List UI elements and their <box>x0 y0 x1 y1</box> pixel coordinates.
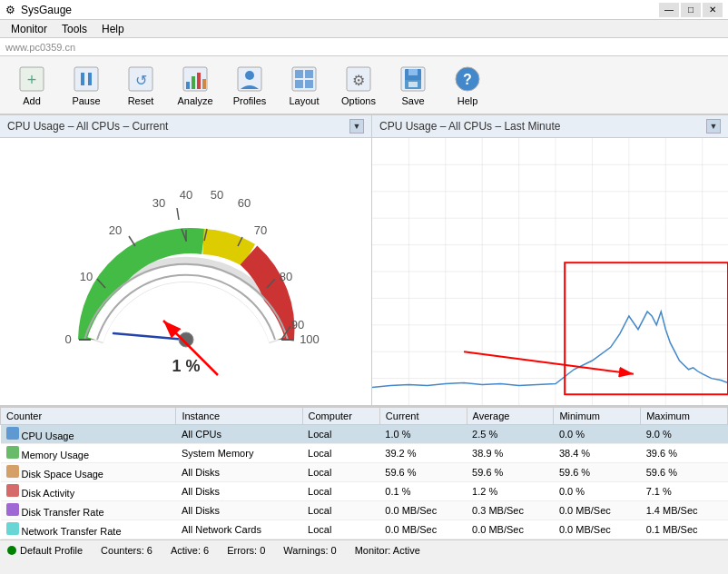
statusbar: Default Profile Counters: 6 Active: 6 Er… <box>0 539 728 559</box>
menu-help[interactable]: Help <box>94 21 132 37</box>
help-label: Help <box>457 95 478 106</box>
cell-counter: Network Transfer Rate <box>1 520 176 539</box>
row-icon <box>6 427 19 440</box>
svg-text:30: 30 <box>152 196 164 210</box>
profile-label: Default Profile <box>20 545 83 556</box>
svg-rect-82 <box>6 503 19 516</box>
help-button[interactable]: ? Help <box>441 60 494 111</box>
url-text: www.pc0359.cn <box>5 42 75 53</box>
pause-button[interactable]: Pause <box>60 60 113 111</box>
cell-maximum: 7.1 % <box>641 482 728 501</box>
row-icon <box>6 484 19 497</box>
app-title: SysGauge <box>21 4 72 16</box>
reset-icon: ↺ <box>126 64 155 94</box>
svg-rect-80 <box>6 465 19 478</box>
row-icon <box>6 522 19 535</box>
gauge-panel-dropdown[interactable]: ▼ <box>349 119 364 134</box>
table-row[interactable]: CPU Usage All CPUs Local 1.0 % 2.5 % 0.0… <box>1 425 728 444</box>
cell-average: 1.2 % <box>467 482 554 501</box>
active-label: Active: 6 <box>171 545 209 556</box>
add-label: Add <box>23 95 41 106</box>
table-row[interactable]: Memory Usage System Memory Local 39.2 % … <box>1 444 728 463</box>
cell-computer: Local <box>302 501 379 520</box>
svg-text:60: 60 <box>237 196 250 210</box>
cell-maximum: 1.4 MB/Sec <box>641 501 728 520</box>
svg-text:↺: ↺ <box>135 73 147 88</box>
table-body: CPU Usage All CPUs Local 1.0 % 2.5 % 0.0… <box>1 425 728 539</box>
cell-computer: Local <box>302 463 379 482</box>
svg-rect-81 <box>6 484 19 497</box>
profiles-label: Profiles <box>233 95 267 106</box>
svg-rect-2 <box>74 67 98 91</box>
cell-current: 0.0 MB/Sec <box>379 501 467 520</box>
titlebar-left: ⚙ SysGauge <box>5 4 72 16</box>
svg-rect-11 <box>202 79 206 89</box>
data-table: Counter Instance Computer Current Averag… <box>0 406 728 539</box>
svg-rect-16 <box>305 70 313 78</box>
chart-panel: CPU Usage – All CPUs – Last Minute ▼ <box>372 115 728 405</box>
svg-rect-4 <box>88 73 92 85</box>
menu-monitor[interactable]: Monitor <box>4 21 54 37</box>
save-icon <box>398 64 428 94</box>
table-row[interactable]: Disk Transfer Rate All Disks Local 0.0 M… <box>1 501 728 520</box>
analyze-button[interactable]: Analyze <box>169 60 221 111</box>
table-row[interactable]: Disk Space Usage All Disks Local 59.6 % … <box>1 463 728 482</box>
row-icon <box>6 503 19 516</box>
cell-current: 0.0 MB/Sec <box>379 520 467 539</box>
cell-instance: System Memory <box>176 444 302 463</box>
options-label: Options <box>341 95 376 106</box>
add-icon: + <box>17 64 46 94</box>
svg-text:50: 50 <box>210 188 222 202</box>
layout-button[interactable]: Layout <box>278 60 330 111</box>
save-button[interactable]: Save <box>387 60 439 111</box>
svg-line-50 <box>113 333 186 340</box>
cell-instance: All Network Cards <box>176 520 302 539</box>
metrics-table: Counter Instance Computer Current Averag… <box>0 407 728 539</box>
svg-text:1 %: 1 % <box>172 357 200 375</box>
svg-rect-79 <box>6 446 19 459</box>
svg-text:0: 0 <box>64 332 71 346</box>
cell-counter: Disk Transfer Rate <box>1 501 176 520</box>
reset-button[interactable]: ↺ Reset <box>114 60 167 111</box>
warnings-label: Warnings: 0 <box>283 545 336 556</box>
chart-panel-dropdown[interactable]: ▼ <box>706 119 721 134</box>
monitor-label: Monitor: Active <box>355 545 420 556</box>
maximize-button[interactable]: □ <box>681 3 701 17</box>
add-button[interactable]: + Add <box>5 60 58 111</box>
col-average: Average <box>467 408 554 425</box>
gauge-svg: 0 10 20 30 40 50 60 <box>41 158 331 385</box>
table-row[interactable]: Network Transfer Rate All Network Cards … <box>1 520 728 539</box>
gauge-panel-title: CPU Usage – All CPUs – Current <box>7 120 168 133</box>
col-computer: Computer <box>302 408 379 425</box>
minimize-button[interactable]: — <box>659 3 679 17</box>
menu-tools[interactable]: Tools <box>54 21 94 37</box>
save-label: Save <box>401 95 424 106</box>
svg-rect-8 <box>186 82 190 89</box>
svg-text:+: + <box>27 71 37 89</box>
chart-svg <box>372 138 728 405</box>
errors-label: Errors: 0 <box>227 545 265 556</box>
menubar: Monitor Tools Help <box>0 20 728 38</box>
svg-rect-78 <box>6 427 19 440</box>
cell-average: 38.9 % <box>467 444 554 463</box>
cell-counter: CPU Usage <box>1 425 176 444</box>
layout-label: Layout <box>289 95 319 106</box>
profiles-button[interactable]: Profiles <box>223 60 276 111</box>
close-button[interactable]: ✕ <box>703 3 723 17</box>
status-profile: Default Profile <box>7 545 83 556</box>
help-icon: ? <box>453 64 482 94</box>
svg-line-77 <box>464 351 634 374</box>
cell-instance: All Disks <box>176 501 302 520</box>
col-current: Current <box>379 408 467 425</box>
cell-computer: Local <box>302 520 379 539</box>
svg-line-34 <box>177 208 179 220</box>
table-row[interactable]: Disk Activity All Disks Local 0.1 % 1.2 … <box>1 482 728 501</box>
options-button[interactable]: ⚙ Options <box>332 60 385 111</box>
table-header-row: Counter Instance Computer Current Averag… <box>1 408 728 425</box>
cell-average: 0.3 MB/Sec <box>467 501 554 520</box>
svg-text:100: 100 <box>300 332 320 346</box>
analyze-icon <box>181 64 210 94</box>
svg-rect-25 <box>408 82 418 87</box>
urlbar: www.pc0359.cn <box>0 38 728 56</box>
svg-rect-15 <box>295 70 303 78</box>
